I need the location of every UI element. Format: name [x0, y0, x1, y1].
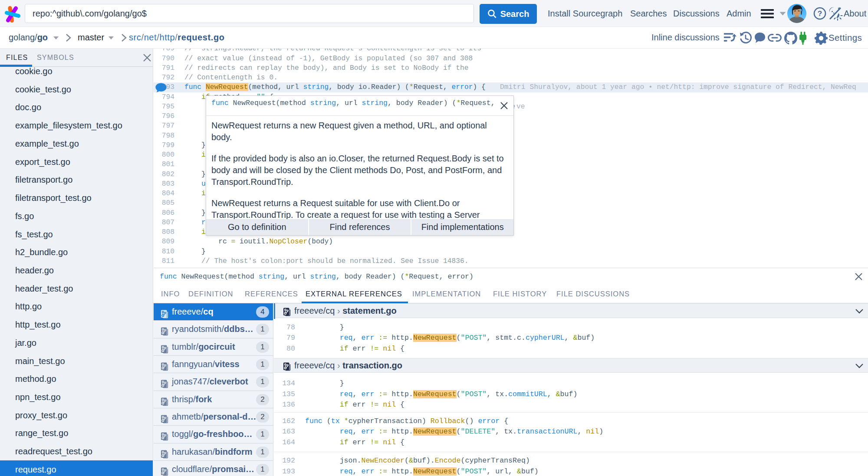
svg-text:?: ? — [818, 10, 822, 18]
